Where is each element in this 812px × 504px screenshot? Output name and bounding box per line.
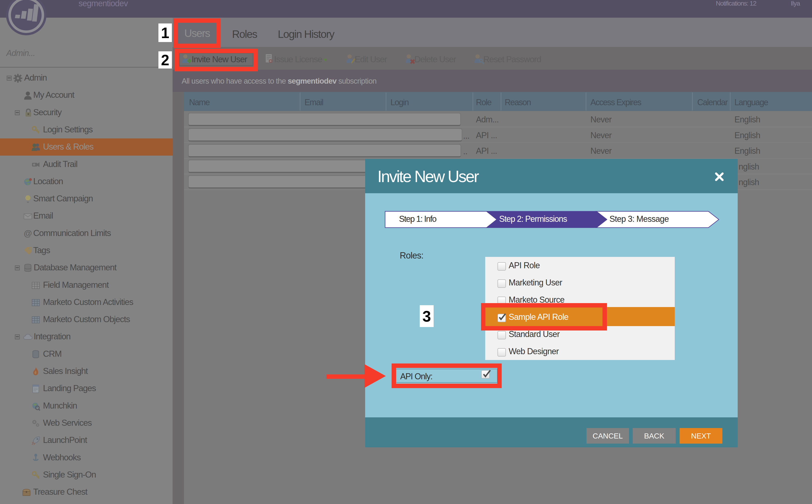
svg-text:@: @ bbox=[24, 229, 32, 238]
